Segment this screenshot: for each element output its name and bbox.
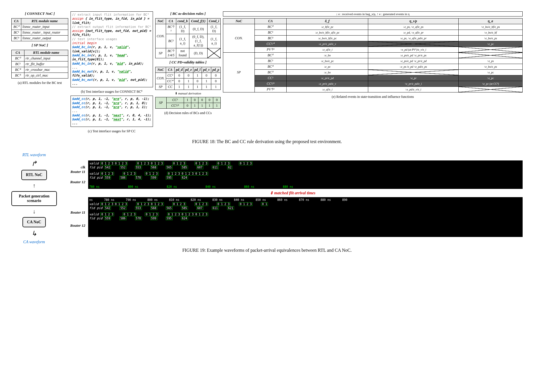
cc-pd-derived-table: SPCC¹10000CC²/³01111 (155, 97, 221, 109)
cc-pd-title: [ CC PD-validity tables ] (155, 60, 221, 65)
cell: BC⁴ (12, 67, 24, 73)
cell: lisnoc_router_ input_router (21, 30, 68, 36)
rtl-waveform-viewer: valid 0 1 2 3 0 1 2 30 1 2 3 0 1 2 30 1 … (88, 160, 523, 189)
ca-wave-row: Router 11 Router 12 ns780 ns790 ns800 ns… (63, 197, 523, 237)
rtl-waveform-label: RTL waveform (22, 153, 46, 157)
code-box-c: $add_cc(r, p, 1, -1, "pre", r, p, 0, -1)… (71, 96, 153, 127)
cell: rtr_crossbar_mac (24, 67, 68, 73)
figure-18: [ CONNECT NoC ] CARTL module name BC⁰lis… (11, 11, 523, 133)
cell: lisnoc_router_input (21, 24, 68, 30)
cell: rtr_flit_buffer (24, 61, 68, 67)
cell: BC¹ (12, 30, 21, 36)
rtl-wave-row: clk Router 11 Router 12 valid 0 1 2 3 0 … (63, 160, 523, 189)
arrow-icon: ↱ (31, 160, 37, 168)
router11-label: Router 11 (63, 170, 85, 174)
figure-19-caption: FIGURE 19: Example waveforms of packet-a… (11, 248, 523, 253)
router12-label: Router 12 (63, 223, 85, 228)
clk-label: clk (63, 165, 85, 170)
arrow-icon: ↳ (31, 230, 37, 238)
cell: BC³ (12, 36, 21, 41)
router12-label: Router 12 (63, 180, 85, 184)
legend-e: ↓ e : received events in bag_s/p, ↑ e : … (223, 11, 523, 16)
figure-18-caption: FIGURE 18: The BC and CC rule derivation… (11, 139, 523, 144)
bc-rules-table: NoCCAcond_bCond_f(1)Cond_iCON.BC⁰/¹(1_f,… (155, 18, 221, 58)
cell: BC⁰ (12, 56, 24, 61)
bc-rules-title: [ BC aₜ-decision rules ] (155, 11, 221, 16)
col-d-rules: [ BC aₜ-decision rules ] NoCCAcond_bCond… (155, 11, 221, 133)
caption-b: (b) Test interface usages for CONNECT BC… (71, 90, 153, 94)
ca-waveform-viewer: ns780 ns790 ns800 ns810 ns820 ns830 ns84… (88, 197, 523, 237)
flow-diagram: RTL waveform ↱ RTL NoC ↑ Packet generati… (11, 153, 57, 244)
router11-label: Router 11 (63, 210, 85, 215)
cell: rtr_op_ctrl_mac (24, 73, 68, 79)
connect-noc-table: CARTL module name BC⁰lisnoc_router_input… (11, 18, 68, 41)
rtl-noc-box: RTL NoC (21, 170, 47, 180)
cell: BC⁰ (12, 24, 21, 30)
events-table: NoCCAδ_fη_s/pη_aCON.BC⁰↓e_bf/e_pc↓e_ps, … (223, 18, 523, 92)
th-ca: CA (12, 18, 21, 24)
ca-waveform-label: CA waveform (23, 240, 45, 244)
arrow-icon: ↓ (33, 208, 36, 215)
caption-d: (d) Decision rules of BCs and CCs (155, 111, 221, 115)
col-bc-code: // extract input flit information for BC… (71, 11, 153, 133)
th-rtl: RTL module name (21, 18, 68, 24)
cell: BC⁵ (12, 73, 24, 79)
caption-a: (a) RTL modules for the BC test (11, 81, 68, 85)
ca-noc-box: CA NoC (22, 217, 46, 227)
caption-e: (e) Related events in state-transition a… (223, 95, 523, 99)
connect-noc-title: [ CONNECT NoC ] (11, 11, 68, 16)
sp-noc-title: [ SP NoC ] (11, 43, 68, 48)
cell: rtr_channel_input (24, 56, 68, 61)
figure-19: RTL waveform ↱ RTL NoC ↑ Packet generati… (11, 153, 523, 244)
code-box-b: // extract input flit information for BC… (71, 11, 153, 87)
col-e-events: ↓ e : received events in bag_s/p, ↑ e : … (223, 11, 523, 133)
manual-deriv-arrow: ⬇ manual derivation (155, 92, 221, 95)
matched-label: ⇕ matched flit arrival times (63, 191, 523, 195)
wave-column: clk Router 11 Router 12 valid 0 1 2 3 0 … (63, 160, 523, 237)
arrow-icon: ↑ (33, 182, 36, 189)
th-ca: CA (12, 50, 24, 56)
cell: BC¹ (12, 61, 24, 67)
cell: lisnoc_router_output (21, 36, 68, 41)
col-a-tables: [ CONNECT NoC ] CARTL module name BC⁰lis… (11, 11, 68, 133)
packet-gen-box: Packet generation scenario (11, 191, 57, 206)
cc-pd-table: NoCCApd_dpd_epd_lpd_vpd_pCON.CC²00100CC⁴… (155, 67, 221, 90)
sp-noc-table: CARTL module name BC⁰rtr_channel_input B… (11, 50, 68, 79)
caption-c: (c) Test interface usages for SP CC (71, 129, 153, 133)
th-rtl: RTL module name (24, 50, 68, 56)
